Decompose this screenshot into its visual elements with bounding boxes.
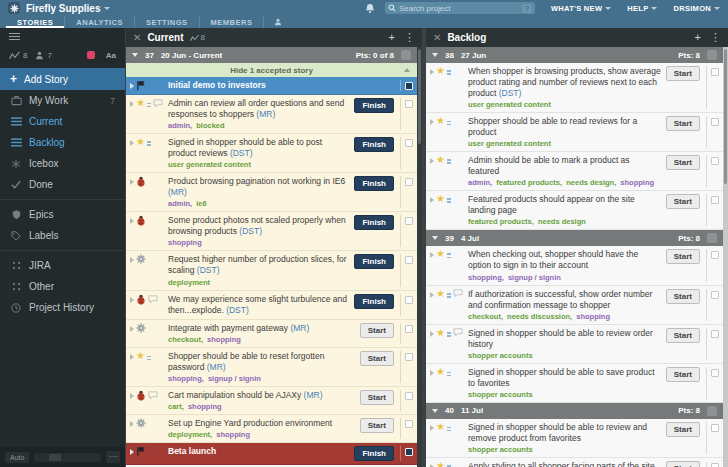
start-button[interactable]: Start [666,289,700,304]
finish-button[interactable]: Finish [354,176,394,191]
sidebar-item-current[interactable]: Current [0,111,125,132]
finish-button[interactable]: Finish [354,137,394,152]
story-checkbox[interactable] [405,392,413,400]
expand-caret-icon[interactable] [130,354,134,360]
start-button[interactable]: Start [666,367,700,382]
sidebar-item-done[interactable]: Done [0,174,125,195]
story-checkbox[interactable] [405,256,413,264]
add-icon[interactable]: + [695,32,701,43]
panel-color-swatch-icon[interactable] [87,51,95,59]
story-label[interactable]: shopper accounts [468,445,533,454]
story-checkbox[interactable] [711,330,719,338]
story-checkbox[interactable] [711,291,719,299]
tab-analytics[interactable]: ANALYTICS [64,16,134,28]
story-row[interactable]: Request higher number of production slic… [126,251,417,290]
story-label[interactable]: needs design [538,217,586,226]
story-row[interactable]: ★Signed in shopper should be able to pos… [126,134,417,173]
panel-scrollbar[interactable] [417,47,422,467]
finish-button[interactable]: Finish [354,446,394,461]
iteration-header[interactable]: 4011 JulPts: 8 [426,403,723,419]
story-checkbox[interactable] [405,325,413,333]
collapse-caret-icon[interactable] [432,53,438,57]
iteration-header[interactable]: 394 JulPts: 8 [426,230,723,246]
sidebar-item-backlog[interactable]: Backlog [0,132,125,153]
story-checkbox[interactable] [405,296,413,304]
add-icon[interactable]: + [389,32,395,43]
expand-caret-icon[interactable] [430,158,434,164]
story-label[interactable]: shopping [216,430,250,439]
story-checkbox[interactable] [711,68,719,76]
story-label[interactable]: admin, [468,178,492,187]
expand-caret-icon[interactable] [130,449,134,455]
story-label[interactable]: shopping, [168,374,204,383]
story-checkbox[interactable] [711,369,719,377]
iteration-menu-icon[interactable] [401,50,411,60]
story-row[interactable]: We may experience some slight turbulence… [126,291,417,320]
start-button[interactable]: Start [666,194,700,209]
close-panel-icon[interactable]: ✕ [433,33,441,43]
story-row[interactable]: Some product photos not scaled properly … [126,212,417,251]
collapse-caret-icon[interactable] [432,409,438,413]
sidebar-item-jira[interactable]: JIRA [0,255,125,276]
sidebar-item-project-history[interactable]: Project History [0,297,125,318]
story-label[interactable]: shopper accounts [468,390,533,399]
finish-button[interactable]: Finish [354,254,394,269]
whats-new-menu[interactable]: WHAT'S NEW [551,4,611,13]
expand-caret-icon[interactable] [430,119,434,125]
story-label[interactable]: deployment [168,278,210,287]
start-button[interactable]: Start [360,418,394,433]
close-panel-icon[interactable]: ✕ [133,33,141,43]
tab-settings[interactable]: SETTINGS [134,16,199,28]
story-row[interactable]: ★When shopper is browsing products, show… [426,63,723,113]
story-label[interactable]: cart, [168,402,184,411]
expand-caret-icon[interactable] [130,421,134,427]
expand-caret-icon[interactable] [430,331,434,337]
collapse-caret-icon[interactable] [132,53,138,57]
story-label[interactable]: needs discussion, [507,312,572,321]
accepted-stories-toggle[interactable]: Hide 1 accepted story [126,63,417,77]
auto-width-button[interactable]: Auto [5,452,29,463]
story-row[interactable]: ★Admin should be able to mark a product … [426,152,723,191]
story-checkbox[interactable] [711,251,719,259]
sidebar-hamburger-icon[interactable] [9,33,20,35]
expand-caret-icon[interactable] [430,252,434,258]
expand-caret-icon[interactable] [430,292,434,298]
story-row[interactable]: ★Signed in shopper should be able to rev… [426,325,723,364]
story-label[interactable]: user generated content [468,139,551,148]
start-button[interactable]: Start [360,390,394,405]
story-row[interactable]: ★Signed in shopper should be able to rev… [426,419,723,458]
project-gear-icon[interactable] [8,2,20,14]
user-menu[interactable]: DRSIMON [673,4,720,13]
story-checkbox[interactable] [405,353,413,361]
sidebar-item-other[interactable]: Other [0,276,125,297]
start-button[interactable]: Start [666,155,700,170]
scrollbar-thumb[interactable] [418,49,421,144]
tab-members[interactable]: MEMBERS [199,16,264,28]
story-row[interactable]: ★Shopper should be able to reset forgott… [126,348,417,387]
project-name[interactable]: Firefly Supplies [26,3,100,14]
finish-button[interactable]: Finish [354,98,394,113]
iteration-header[interactable]: 3720 Jun - CurrentPts: 0 of 8 [126,47,417,63]
story-checkbox[interactable] [405,139,413,147]
story-row[interactable]: ★If authorization is successful, show or… [426,286,723,325]
story-checkbox[interactable] [405,217,413,225]
start-button[interactable]: Start [666,116,700,131]
iteration-header[interactable]: 3827 JunPts: 8 [426,47,723,63]
project-caret-icon[interactable] [104,7,110,10]
add-story-button[interactable]: + Add Story [0,68,125,90]
iteration-menu-icon[interactable] [707,50,717,60]
story-label[interactable]: shopping [188,402,222,411]
expand-caret-icon[interactable] [130,257,134,263]
story-row[interactable]: ★Apply styling to all shopper facing par… [426,458,723,467]
story-label[interactable]: signup / signin [508,273,561,282]
iteration-menu-icon[interactable] [707,233,717,243]
sidebar-item-labels[interactable]: Labels [0,225,125,246]
help-menu[interactable]: HELP [627,4,657,13]
story-row[interactable]: ★Signed in shopper should be able to sav… [426,364,723,403]
story-row[interactable]: Set up Engine Yard production environmen… [126,415,417,443]
collapse-caret-icon[interactable] [432,236,438,240]
kebab-menu-icon[interactable]: ⋮ [404,32,415,43]
sidebar-item-icebox[interactable]: Icebox [0,153,125,174]
story-checkbox[interactable] [405,178,413,186]
expand-caret-icon[interactable] [130,297,134,303]
